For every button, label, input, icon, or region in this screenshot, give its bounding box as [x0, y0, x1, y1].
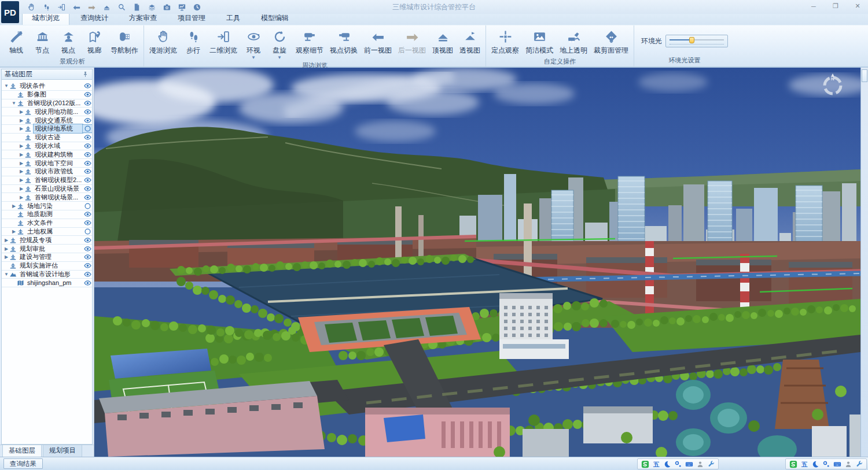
layer-tree-item-控规及专项[interactable]: ▶控规及专项	[2, 236, 92, 245]
next-view-icon[interactable]	[87, 2, 97, 12]
ribbon-button-观察细节[interactable]: 观察细节	[293, 27, 326, 56]
visibility-circle-icon[interactable]	[83, 228, 92, 235]
halfwidth-moon-icon[interactable]	[663, 460, 671, 468]
layer-tree-item-规划实施评估[interactable]: 规划实施评估	[2, 262, 92, 271]
visibility-eye-icon[interactable]	[83, 91, 92, 98]
sogou-input-icon[interactable]	[641, 460, 649, 468]
visibility-eye-icon[interactable]	[83, 142, 92, 150]
expander-icon[interactable]: ▶	[19, 126, 24, 131]
document-icon[interactable]	[132, 2, 142, 12]
layer-tree-item-现状建构筑物[interactable]: ▶现状建构筑物	[2, 150, 92, 159]
ribbon-button-简洁模式[interactable]: 简洁模式	[523, 27, 556, 56]
expander-icon[interactable]: ▶	[19, 161, 24, 166]
previous-view-icon[interactable]	[72, 2, 82, 12]
layer-tree-item-首钢城市设计地形[interactable]: ▼首钢城市设计地形	[2, 271, 92, 279]
layer-tree-item-水文条件[interactable]: 水文条件	[2, 219, 92, 228]
layer-tree-item-场地污染[interactable]: ▶场地污染	[2, 202, 92, 210]
visibility-eye-icon[interactable]	[83, 194, 92, 201]
ribbon-button-步行[interactable]: 步行	[181, 27, 206, 56]
ribbon-button-二维浏览[interactable]: 二维浏览	[207, 27, 240, 56]
punctuation-icon[interactable]	[674, 460, 682, 468]
ribbon-button-环视[interactable]: 环视▼	[241, 27, 266, 60]
visibility-eye-icon[interactable]	[83, 185, 92, 193]
expander-icon[interactable]: ▼	[3, 83, 9, 88]
ribbon-button-视点[interactable]: 视点	[56, 27, 81, 56]
ribbon-button-导航制作[interactable]: 导航制作	[108, 27, 141, 56]
expander-icon[interactable]: ▶	[19, 186, 24, 191]
visibility-eye-icon[interactable]	[83, 134, 92, 141]
minimize-button[interactable]: ─	[809, 2, 818, 10]
layer-tree-item-地质勘测[interactable]: 地质勘测	[2, 210, 92, 219]
expander-icon[interactable]: ▶	[19, 169, 24, 174]
layer-tree-item-规划审批[interactable]: ▶规划审批	[2, 245, 92, 253]
expander-icon[interactable]: ▶	[3, 246, 9, 251]
restore-button[interactable]: ❐	[831, 2, 840, 10]
visibility-eye-icon[interactable]	[83, 82, 92, 90]
ribbon-button-定点观察[interactable]: 定点观察	[488, 27, 522, 56]
layer-tree-item-现状古迹[interactable]: 现状古迹	[2, 134, 92, 142]
halfwidth-moon-icon[interactable]	[811, 460, 819, 468]
visibility-eye-icon[interactable]	[83, 99, 92, 107]
layer-tree-item-土地权属[interactable]: ▶土地权属	[2, 228, 92, 236]
expander-icon[interactable]: ▶	[19, 118, 24, 123]
panel-tab-基础图层[interactable]: 基础图层	[2, 445, 42, 457]
layer-tree-item-现状水域[interactable]: ▶现状水域	[2, 142, 92, 151]
visibility-eye-icon[interactable]	[83, 176, 92, 184]
layer-tree-item-首钢现状模型2...[interactable]: ▶首钢现状模型2...	[2, 176, 92, 185]
visibility-eye-icon[interactable]	[83, 279, 92, 287]
right-collapsed-panel[interactable]	[860, 68, 868, 457]
visibility-eye-icon[interactable]	[83, 262, 92, 269]
visibility-eye-icon[interactable]	[83, 151, 92, 158]
ribbon-button-盘旋[interactable]: 盘旋▼	[267, 27, 292, 60]
ribbon-button-地上透明[interactable]: 地上透明	[557, 27, 590, 56]
expander-icon[interactable]: ▶	[19, 152, 24, 157]
soft-keyboard-icon[interactable]	[833, 460, 841, 468]
expander-icon[interactable]: ▶	[11, 229, 17, 234]
visibility-eye-icon[interactable]	[83, 253, 92, 261]
ribbon-button-顶视图[interactable]: 顶视图	[429, 27, 456, 56]
panel-tab-规划项目[interactable]: 规划项目	[43, 445, 82, 457]
walk-icon[interactable]	[42, 2, 52, 12]
layer-tree-item-首钢现状(2012版...[interactable]: ▼首钢现状(2012版...	[2, 99, 92, 108]
ribbon-button-节点[interactable]: 节点	[30, 27, 55, 56]
snapshot-icon[interactable]	[177, 2, 187, 12]
history-icon[interactable]	[192, 2, 202, 12]
visibility-eye-icon[interactable]	[83, 108, 92, 116]
ribbon-button-视点切换[interactable]: 视点切换	[327, 27, 361, 56]
visibility-eye-icon[interactable]	[83, 210, 92, 218]
ribbon-button-轴线[interactable]: 轴线	[3, 27, 29, 56]
visibility-eye-icon[interactable]	[83, 117, 92, 124]
ribbon-button-漫游浏览[interactable]: 漫游浏览	[146, 27, 180, 56]
account-icon[interactable]	[696, 460, 704, 468]
compass-widget[interactable]: N	[819, 71, 846, 98]
wubi-mode-icon[interactable]: 五	[652, 460, 660, 468]
ribbon-button-裁剪面管理[interactable]: 裁剪面管理	[591, 27, 631, 56]
layer-tree-item-现状用地功能...[interactable]: ▶现状用地功能...	[2, 108, 92, 116]
expander-icon[interactable]: ▶	[3, 254, 9, 260]
layer-tree-item-首钢现状场景...[interactable]: ▶首钢现状场景...	[2, 193, 92, 202]
ribbon-button-前一视图[interactable]: 前一视图	[361, 27, 395, 56]
expander-icon[interactable]: ▶	[19, 177, 24, 183]
ribbon-button-透视图[interactable]: 透视图	[457, 27, 483, 56]
ime-toolbar-1[interactable]: 五	[637, 458, 719, 469]
expander-icon[interactable]: ▶	[19, 109, 24, 114]
expander-icon[interactable]: ▶	[11, 203, 17, 209]
visibility-eye-icon[interactable]	[83, 271, 92, 278]
dropdown-arrow-icon[interactable]: ▼	[251, 56, 256, 60]
visibility-eye-icon[interactable]	[83, 168, 92, 175]
layer-tree-item-建设与管理[interactable]: ▶建设与管理	[2, 253, 92, 262]
dropdown-arrow-icon[interactable]: ▼	[277, 56, 282, 60]
expander-icon[interactable]: ▶	[3, 238, 9, 243]
expander-icon[interactable]: ▶	[19, 195, 24, 200]
top-view-icon[interactable]	[102, 2, 112, 12]
viewport-3d[interactable]: N	[94, 68, 860, 457]
close-button[interactable]: ✕	[853, 2, 862, 10]
pan-hand-icon[interactable]	[27, 2, 36, 12]
ambient-light-slider[interactable]	[665, 35, 728, 47]
city-3d-scene[interactable]	[94, 68, 860, 457]
ribbon-button-视廊[interactable]: 视廊	[82, 27, 107, 56]
expander-icon[interactable]: ▶	[19, 143, 24, 149]
expander-icon[interactable]: ▼	[3, 272, 9, 277]
wubi-mode-icon[interactable]: 五	[800, 460, 808, 468]
visibility-eye-icon[interactable]	[83, 236, 92, 244]
